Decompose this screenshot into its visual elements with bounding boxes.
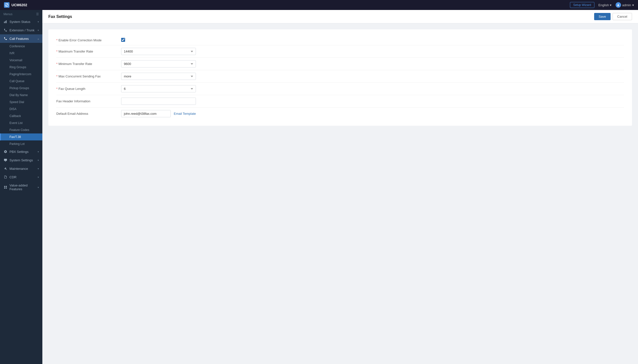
sidebar-label-maintenance: Maintenance [10,167,28,170]
label-text-error-correction: Enable Error Correction Mode [59,38,102,42]
chevron-maintenance: ▾ [38,167,39,170]
sidebar-item-inner-extension-trunk: Extension / Trunk [4,28,34,32]
sidebar-label-value-added: Value-added Features [10,184,38,191]
sidebar-sub-item-disa[interactable]: DISA [0,106,42,112]
required-star-max-concurrent: * [56,75,58,78]
email-template-link[interactable]: Email Template [174,112,196,116]
sidebar-sub-item-callback[interactable]: Callback [0,112,42,120]
menus-label: Menus [4,12,13,16]
header-actions: Save Cancel [594,13,632,20]
sidebar-label-extension-trunk: Extension / Trunk [10,28,34,32]
setup-wizard-button[interactable]: Setup Wizard [570,2,594,8]
input-default-email[interactable] [121,110,171,117]
label-text-fax-queue-length: Fax Queue Length [59,87,86,91]
sidebar-item-inner-cdr: CDR [4,175,17,179]
label-text-fax-header-info: Fax Header Information [56,99,91,103]
select-max-concurrent[interactable]: 1 2 3 4 5 more [121,73,196,80]
sidebar-item-inner-system-settings: System Settings [4,158,33,162]
sidebar-label-call-features: Call Features [10,37,29,40]
call-icon [4,36,8,40]
label-text-max-concurrent: Max Concurrent Sending Fax [59,74,101,78]
sidebar-sub-item-ring-groups[interactable]: Ring Groups [0,64,42,71]
sidebar-item-inner-system-status: System Status [4,20,31,24]
required-star-fax-queue: * [56,87,58,91]
fax-settings-form: * Enable Error Correction Mode * Maximum… [48,30,632,126]
admin-label: admin [622,3,631,7]
sidebar-item-system-settings[interactable]: System Settings ▾ [0,156,42,164]
svg-rect-7 [4,186,5,187]
sidebar-item-maintenance[interactable]: Maintenance ▾ [0,164,42,173]
sidebar-item-system-status[interactable]: System Status ▾ [0,18,42,26]
control-enable-error-correction [121,38,196,42]
save-button[interactable]: Save [594,13,610,20]
label-max-transfer-rate: * Maximum Transfer Rate [56,50,121,53]
sidebar-sub-item-pickup-groups[interactable]: Pickup Groups [0,85,42,92]
svg-rect-8 [6,186,7,187]
admin-avatar [615,2,621,8]
sidebar-sub-item-speed-dial[interactable]: Speed Dial [0,98,42,106]
content-header: Fax Settings Save Cancel [42,10,638,24]
sidebar-item-extension-trunk[interactable]: Extension / Trunk ▾ [0,26,42,34]
sidebar-item-inner-value-added: Value-added Features [4,184,38,191]
svg-rect-10 [6,188,7,188]
admin-menu[interactable]: admin ▾ [615,2,634,8]
control-default-email: Email Template [121,110,196,117]
sidebar-sub-item-voicemail[interactable]: Voicemail [0,57,42,64]
required-star-min-transfer: * [56,62,58,66]
sidebar-item-pbx-settings[interactable]: PBX Settings ▾ [0,148,42,156]
gear-icon [4,150,8,154]
svg-point-0 [617,4,618,5]
cancel-button[interactable]: Cancel [612,13,632,20]
sidebar-item-inner-maintenance: Maintenance [4,166,28,170]
chevron-system-status: ▾ [38,20,39,23]
form-row-enable-error-correction: * Enable Error Correction Mode [56,35,624,45]
sidebar-sub-item-ivr[interactable]: IVR [0,50,42,57]
label-fax-queue-length: * Fax Queue Length [56,87,121,91]
sidebar-label-system-settings: System Settings [10,158,33,162]
chart-icon [4,20,8,24]
monitor-icon [4,158,8,162]
select-fax-queue-length[interactable]: 1 2 3 4 5 6 7 8 9 10 [121,85,196,92]
svg-rect-4 [4,159,7,161]
chevron-call-features: ▴ [38,37,39,40]
control-fax-queue-length: 1 2 3 4 5 6 7 8 9 10 [121,85,196,92]
sidebar-item-cdr[interactable]: CDR ▾ [0,173,42,181]
form-row-min-transfer-rate: * Minimum Transfer Rate 2400 4800 7200 9… [56,58,624,70]
select-max-transfer-rate[interactable]: 2400 4800 7200 9600 14400 33600 [121,48,196,55]
checkbox-enable-error-correction[interactable] [121,38,125,42]
hamburger-icon[interactable]: ☰ [36,12,39,16]
sidebar-label-system-status: System Status [10,20,31,24]
sidebar-sub-item-paging-intercom[interactable]: Paging/Intercom [0,71,42,78]
file-icon [4,175,8,179]
label-text-default-email: Default Email Address [56,112,88,116]
label-text-max-transfer-rate: Maximum Transfer Rate [59,50,93,53]
sidebar-item-call-features[interactable]: Call Features ▴ [0,34,42,43]
sidebar-sub-item-parking-lot[interactable]: Parking Lot [0,140,42,148]
form-row-max-transfer-rate: * Maximum Transfer Rate 2400 4800 7200 9… [56,45,624,58]
label-text-min-transfer-rate: Minimum Transfer Rate [59,62,92,66]
label-fax-header-info: Fax Header Information [56,99,121,103]
sidebar-sub-item-event-list[interactable]: Event List [0,120,42,126]
sidebar-sub-item-call-queue[interactable]: Call Queue [0,78,42,85]
input-fax-header-info[interactable] [121,98,196,105]
sidebar-sub-item-feature-codes[interactable]: Feature Codes [0,126,42,134]
content-body: * Enable Error Correction Mode * Maximum… [42,24,638,364]
svg-rect-2 [5,21,6,23]
sidebar-item-value-added[interactable]: Value-added Features ▾ [0,181,42,193]
content-area: Fax Settings Save Cancel * Enable Error … [42,10,638,364]
admin-chevron-icon: ▾ [632,3,634,7]
select-min-transfer-rate[interactable]: 2400 4800 7200 9600 14400 [121,60,196,68]
chevron-pbx-settings: ▾ [38,150,39,153]
form-row-default-email: Default Email Address Email Template [56,108,624,120]
chevron-extension-trunk: ▾ [38,29,39,32]
chevron-system-settings: ▾ [38,159,39,162]
label-min-transfer-rate: * Minimum Transfer Rate [56,62,121,66]
language-selector[interactable]: English ▾ [598,3,611,7]
control-max-transfer-rate: 2400 4800 7200 9600 14400 33600 [121,48,196,55]
sidebar-sub-item-fax-t38[interactable]: Fax/T.38 [0,134,42,140]
wrench-icon [4,166,8,170]
svg-rect-9 [4,188,5,188]
sidebar-sub-item-dial-by-name[interactable]: Dial By Name [0,92,42,98]
sidebar-sub-item-conference[interactable]: Conference [0,43,42,50]
required-star-max-transfer: * [56,50,58,53]
